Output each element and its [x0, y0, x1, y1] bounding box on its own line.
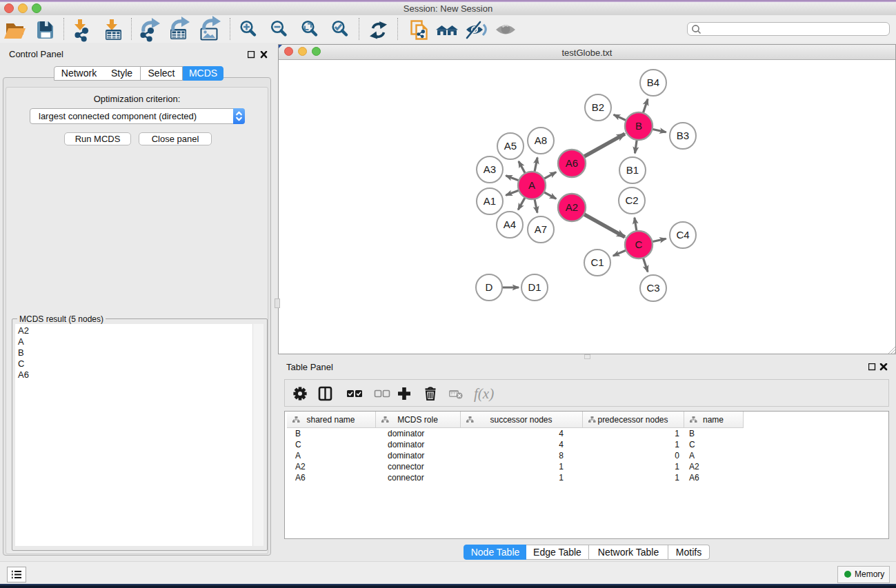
- svg-text:C2: C2: [625, 194, 638, 206]
- svg-text:A6: A6: [566, 157, 578, 169]
- svg-text:B4: B4: [647, 77, 659, 88]
- svg-text:A: A: [528, 179, 535, 191]
- svg-text:A7: A7: [535, 223, 547, 235]
- svg-text:D1: D1: [528, 281, 541, 293]
- svg-text:C1: C1: [590, 256, 604, 268]
- svg-text:A1: A1: [484, 195, 496, 207]
- svg-text:A4: A4: [504, 219, 516, 230]
- svg-text:C3: C3: [646, 282, 659, 294]
- svg-text:f(x): f(x): [474, 385, 494, 402]
- svg-text:B3: B3: [677, 130, 689, 141]
- svg-text:B1: B1: [626, 164, 639, 176]
- svg-text:A2: A2: [566, 201, 578, 213]
- svg-text:A5: A5: [504, 140, 517, 152]
- svg-text:A8: A8: [535, 134, 547, 146]
- svg-text:A3: A3: [484, 163, 496, 175]
- svg-text:C: C: [635, 239, 643, 250]
- svg-text:B2: B2: [592, 101, 604, 113]
- svg-text:C4: C4: [676, 229, 689, 241]
- svg-text:D: D: [486, 281, 493, 293]
- svg-text:B: B: [635, 120, 642, 132]
